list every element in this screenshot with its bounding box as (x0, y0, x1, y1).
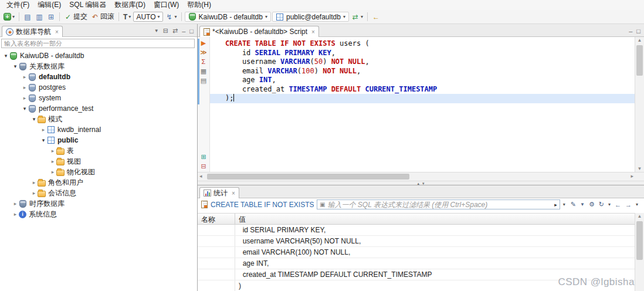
navigate-back-button[interactable]: ← (371, 12, 381, 22)
expander-icon[interactable]: ▸ (49, 148, 56, 154)
expander-icon[interactable]: ▸ (21, 74, 28, 80)
tree-item-系统信息[interactable]: ▸系统信息 (0, 209, 197, 219)
connection-settings-button[interactable]: ↯ ▾ (164, 12, 178, 22)
link-with-editor-icon[interactable]: ⇄ (172, 27, 178, 35)
recent-sql-button[interactable]: ⊞ (46, 12, 56, 22)
previous-result-icon[interactable]: ← (615, 201, 621, 208)
result-filter-input[interactable] (327, 201, 552, 209)
editor-vertical-scrollbar[interactable]: ▲ ▼ (635, 37, 644, 172)
analyse-icon[interactable]: ▦ (201, 67, 206, 75)
tree-item-视图[interactable]: ▸视图 (0, 156, 197, 167)
scrollbar-thumb[interactable] (636, 45, 643, 76)
expand-filter-icon[interactable]: ▣ (320, 201, 325, 208)
close-icon[interactable]: × (232, 190, 235, 197)
stats-row[interactable]: age INT, (198, 258, 635, 269)
tree-item-模式[interactable]: ▾模式 (0, 114, 197, 124)
schema-selector[interactable]: public@defaultdb ▾ (272, 12, 349, 22)
column-header-name[interactable]: 名称 (198, 214, 235, 224)
tree-item-performance_test[interactable]: ▾performance_test (0, 103, 197, 114)
menu-数据库(D)[interactable]: 数据库(D) (110, 0, 150, 11)
tree-item-postgres[interactable]: ▸postgres (0, 82, 197, 93)
menu-编辑(E)[interactable]: 编辑(E) (33, 0, 65, 11)
expander-icon[interactable]: ▾ (12, 63, 19, 69)
tree-item-KaiwuDB - defaultdb[interactable]: ▾KaiwuDB - defaultdb (0, 50, 197, 61)
expander-icon[interactable]: ▸ (49, 169, 56, 175)
transaction-log-button[interactable]: T ▾ (122, 12, 132, 22)
commit-button[interactable]: ✓ 提交 (63, 11, 89, 22)
tab-sql-script[interactable]: *<KaiwuDB - defaultdb> Script × (199, 26, 319, 37)
tree-item-会话信息[interactable]: ▸会话信息 (0, 188, 197, 198)
scrollbar-thumb[interactable] (207, 174, 409, 180)
maximize-icon[interactable]: □ (636, 28, 640, 35)
new-connection-button[interactable]: ▾ (2, 12, 16, 21)
tree-item-defaultdb[interactable]: ▸defaultdb (0, 72, 197, 82)
expander-icon[interactable]: ▾ (30, 116, 38, 122)
tree-item-kwdb_internal[interactable]: ▸kwdb_internal (0, 124, 197, 135)
scroll-right-icon[interactable]: ▸ (631, 173, 633, 179)
tree-item-表[interactable]: ▸表 (0, 146, 197, 156)
expander-icon[interactable]: ▸ (21, 84, 28, 90)
tree-item-system[interactable]: ▸system (0, 93, 197, 103)
maximize-icon[interactable]: □ (189, 28, 194, 35)
tree-item-时序数据库[interactable]: ▸时序数据库 (0, 198, 197, 209)
minimize-icon[interactable]: – (629, 28, 632, 35)
explain-plan-icon[interactable]: Σ (202, 58, 206, 65)
expander-icon[interactable]: ▾ (40, 137, 47, 143)
editor-horizontal-scrollbar[interactable]: ◂ ▸ (198, 172, 644, 181)
edit-value-icon[interactable]: ✎ (571, 201, 576, 208)
tree-item-关系数据库[interactable]: ▾关系数据库 (0, 61, 197, 72)
filter-menu-icon[interactable]: ▼ (154, 28, 159, 33)
collapse-all-icon[interactable]: ⊟ (163, 27, 168, 35)
expander-icon[interactable]: ▸ (30, 190, 38, 196)
scrollbar-thumb[interactable] (636, 221, 643, 260)
refresh-icon[interactable]: ↻ (599, 201, 604, 208)
open-sql-script-button[interactable]: ▥ (34, 12, 45, 22)
table-name-filter-input[interactable] (1, 39, 195, 48)
expander-icon[interactable]: ▸ (49, 158, 56, 164)
stats-row[interactable]: ) (198, 280, 635, 291)
grid-vertical-scrollbar[interactable]: ▲ (635, 213, 644, 291)
compare-connection-button[interactable]: ⇄ ▾ (350, 12, 364, 22)
expander-icon[interactable]: ▸ (30, 180, 38, 185)
code-line[interactable]: username VARCHAR(50) NOT NULL, (210, 57, 635, 67)
result-filter-box[interactable]: ▣ ▸ (317, 199, 560, 209)
menu-帮助(H)[interactable]: 帮助(H) (183, 0, 215, 11)
code-line[interactable]: id SERIAL PRIMARY KEY, (210, 49, 635, 58)
execute-script-icon[interactable]: ≫ (200, 49, 207, 56)
tab-database-navigator[interactable]: 数据库导航 × (2, 26, 63, 37)
tree-item-物化视图[interactable]: ▸物化视图 (0, 167, 197, 177)
rollback-button[interactable]: ↶ 回滚 (90, 11, 116, 22)
scroll-up-icon[interactable]: ▲ (635, 38, 644, 43)
expander-icon[interactable]: ▾ (2, 53, 9, 59)
next-result-icon[interactable]: → (625, 201, 632, 208)
scroll-down-icon[interactable]: ▼ (635, 166, 644, 171)
panel-splitter[interactable]: ▴ ▾ (198, 181, 644, 185)
tab-statistics[interactable]: 统计 × (199, 187, 239, 198)
open-output-icon[interactable]: ⊞ (201, 153, 206, 160)
close-output-icon[interactable]: ⊟ (201, 163, 206, 170)
apply-filter-icon[interactable]: ▸ (554, 202, 557, 208)
close-icon[interactable]: × (55, 29, 59, 35)
code-area[interactable]: CREATE TABLE IF NOT EXISTS users ( id SE… (210, 37, 635, 172)
menu-SQL 编辑器[interactable]: SQL 编辑器 (65, 0, 110, 11)
stats-row[interactable]: email VARCHAR(100) NOT NULL, (198, 247, 635, 258)
auto-commit-combo[interactable]: AUTO ▾ (133, 12, 162, 22)
expander-icon[interactable]: ▸ (12, 211, 19, 217)
filter-history-icon[interactable]: ▾ (563, 202, 565, 207)
new-sql-editor-button[interactable]: ▤ (22, 12, 33, 22)
tree-item-public[interactable]: ▾public (0, 135, 197, 146)
stats-row[interactable]: username VARCHAR(50) NOT NULL, (198, 236, 635, 247)
expander-icon[interactable]: ▸ (40, 127, 47, 133)
code-line[interactable]: ); (210, 94, 635, 103)
sash-up-icon[interactable]: ▴ (417, 182, 419, 185)
stats-row[interactable]: id SERIAL PRIMARY KEY, (198, 225, 635, 236)
filter-funnel-icon[interactable]: ▼ (580, 202, 585, 207)
expander-icon[interactable]: ▸ (21, 95, 28, 101)
column-header-value[interactable]: 值 (235, 214, 635, 224)
code-line[interactable]: email VARCHAR(100) NOT NULL, (210, 67, 635, 76)
scroll-left-icon[interactable]: ◂ (199, 173, 202, 179)
code-line[interactable]: CREATE TABLE IF NOT EXISTS users ( (210, 39, 635, 49)
expander-icon[interactable]: ▾ (21, 106, 28, 111)
code-line[interactable]: age INT, (210, 76, 635, 85)
stats-row[interactable]: created_at TIMESTAMP DEFAULT CURRENT_TIM… (198, 269, 635, 280)
